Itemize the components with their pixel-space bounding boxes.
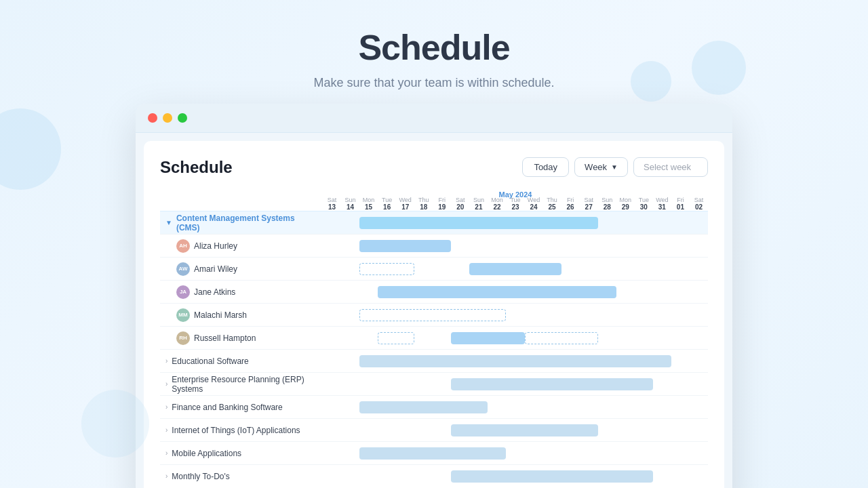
schedule-bar — [451, 424, 597, 436]
avatar-malachimarsh: MM — [176, 308, 190, 322]
bars-row — [323, 372, 708, 395]
schedule-app-title: Schedule — [160, 158, 233, 177]
schedule-bar — [359, 263, 414, 275]
bars-row — [323, 418, 708, 441]
schedule-bar — [451, 470, 653, 483]
calendar-grid: May 2024 Sat13Sun14Mon15Tue16Wed17Thu18F… — [323, 190, 708, 487]
chevron-right-icon: › — [165, 357, 167, 365]
bars-row — [323, 211, 708, 234]
day-col-23: Tue23 — [506, 197, 524, 211]
day-col-19: Fri19 — [433, 197, 451, 211]
select-week-input[interactable]: Select week — [633, 157, 708, 177]
bars-row — [323, 464, 708, 487]
today-button[interactable]: Today — [522, 157, 569, 177]
day-col-20: Sat20 — [451, 197, 469, 211]
days-header: Sat13Sun14Mon15Tue16Wed17Thu18Fri19Sat20… — [323, 200, 708, 211]
schedule-bar — [359, 447, 506, 460]
chevron-right-icon: › — [165, 472, 167, 480]
schedule-header: Schedule Today Week ▼ Select week — [160, 157, 708, 177]
person-russellhampton: RH Russell Hampton — [160, 326, 323, 349]
bars-row — [323, 441, 708, 464]
bars-row — [323, 234, 708, 257]
bars-row — [323, 303, 708, 326]
traffic-light-yellow[interactable] — [163, 113, 172, 123]
schedule-bar — [378, 286, 616, 298]
chevron-right-icon: › — [165, 403, 167, 411]
person-janeatkins: JA Jane Atkins — [160, 280, 323, 303]
day-col-26: Fri26 — [561, 197, 580, 211]
names-header-spacer — [160, 190, 323, 211]
traffic-light-red[interactable] — [148, 113, 157, 123]
day-col-27: Sat27 — [580, 197, 598, 211]
day-col-28: Sun28 — [598, 197, 616, 211]
names-list: ▼ Content Management Systems (CMS)AH Ali… — [160, 211, 323, 487]
day-col-18: Thu18 — [414, 197, 433, 211]
bars-row — [323, 257, 708, 280]
bars-row — [323, 349, 708, 372]
chevron-down-icon: ▼ — [165, 219, 172, 226]
day-col-30: Tue30 — [635, 197, 653, 211]
schedule-bar — [451, 378, 653, 390]
avatar-amariwiley: AW — [176, 262, 190, 276]
day-col-25: Thu25 — [543, 197, 561, 211]
header-controls: Today Week ▼ Select week — [522, 157, 708, 177]
chevron-right-icon: › — [165, 426, 167, 434]
group-monthlyto-dos[interactable]: › Monthly To-Do's — [160, 464, 323, 487]
bars-row — [323, 395, 708, 418]
day-col-14: Sun14 — [341, 197, 359, 211]
bg-decoration-1 — [0, 108, 61, 190]
schedule-bar — [469, 263, 561, 275]
person-malachimarsh: MM Malachi Marsh — [160, 303, 323, 326]
day-col-17: Wed17 — [396, 197, 414, 211]
schedule-bar — [525, 332, 598, 344]
day-col-31: Wed31 — [653, 197, 671, 211]
person-alizahurley: AH Aliza Hurley — [160, 234, 323, 257]
group-educationalsoftware[interactable]: › Educational Software — [160, 349, 323, 372]
day-col-16: Tue16 — [378, 197, 396, 211]
schedule-bar — [359, 309, 506, 321]
calendar-area: ▼ Content Management Systems (CMS)AH Ali… — [160, 190, 708, 487]
bars-row — [323, 326, 708, 349]
day-col-21: Sun21 — [469, 197, 488, 211]
bars-column — [323, 211, 708, 487]
day-col-01: Fri01 — [671, 197, 690, 211]
avatar-russellhampton: RH — [176, 331, 190, 345]
names-column: ▼ Content Management Systems (CMS)AH Ali… — [160, 190, 323, 487]
page-header: Schedule Make sure that your team is wit… — [0, 0, 868, 104]
day-col-29: Mon29 — [616, 197, 635, 211]
group-enterpriseresourceplanningerpsystems[interactable]: › Enterprise Resource Planning (ERP) Sys… — [160, 372, 323, 395]
day-col-13: Sat13 — [323, 197, 341, 211]
traffic-light-green[interactable] — [178, 113, 187, 123]
schedule-bar — [378, 332, 414, 344]
group-financeandbankingsoftware[interactable]: › Finance and Banking Software — [160, 395, 323, 418]
app-window: Schedule Today Week ▼ Select week ▼ Con — [136, 104, 732, 488]
page-title: Schedule — [0, 27, 868, 68]
day-col-24: Wed24 — [525, 197, 543, 211]
window-content: Schedule Today Week ▼ Select week ▼ Con — [144, 141, 724, 488]
chevron-right-icon: › — [165, 449, 167, 457]
day-col-15: Mon15 — [359, 197, 378, 211]
schedule-bar — [359, 240, 451, 252]
day-col-22: Mon22 — [488, 197, 506, 211]
week-dropdown-icon: ▼ — [611, 163, 618, 171]
week-button[interactable]: Week ▼ — [574, 157, 628, 177]
page-subtitle: Make sure that your team is within sched… — [0, 76, 868, 90]
group-mobileapplications[interactable]: › Mobile Applications — [160, 441, 323, 464]
bars-row — [323, 280, 708, 303]
person-amariwiley: AW Amari Wiley — [160, 257, 323, 280]
schedule-bar — [451, 332, 524, 344]
group-internetofthingsiotapplications[interactable]: › Internet of Things (IoT) Applications — [160, 418, 323, 441]
schedule-bar — [359, 355, 671, 367]
schedule-bar — [359, 217, 598, 229]
avatar-janeatkins: JA — [176, 285, 190, 299]
day-col-02: Sat02 — [690, 197, 708, 211]
schedule-bar — [359, 401, 488, 413]
group-cms[interactable]: ▼ Content Management Systems (CMS) — [160, 211, 323, 234]
chevron-right-icon: › — [165, 380, 167, 388]
window-titlebar — [136, 104, 732, 133]
avatar-alizahurley: AH — [176, 239, 190, 253]
